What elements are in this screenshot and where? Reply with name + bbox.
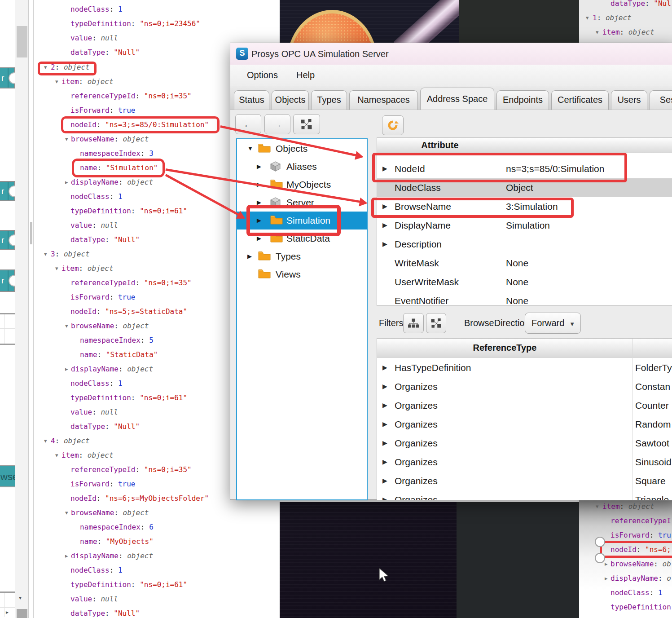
reference-type: HasTypeDefinition [395, 358, 471, 377]
disclosure-down-icon[interactable]: ▾ [44, 249, 47, 259]
tab-objects[interactable]: Objects [272, 90, 309, 110]
expander-right-icon[interactable]: ▶ [382, 165, 387, 172]
tab-types[interactable]: Types [311, 90, 347, 110]
tab-sess[interactable]: Sess [650, 90, 672, 110]
graph-view-button[interactable] [293, 114, 320, 134]
window-titlebar[interactable]: S Prosys OPC UA Simulation Server [230, 43, 672, 65]
menu-options[interactable]: Options [244, 65, 281, 86]
hierarchy-icon [404, 313, 423, 333]
disclosure-down-icon[interactable]: ▾ [55, 264, 58, 274]
expander-right-icon[interactable]: ▶ [382, 222, 387, 228]
expander-right-icon[interactable]: ▶ [382, 402, 387, 408]
menu-help[interactable]: Help [294, 65, 317, 86]
console-property: typeDefinition [611, 602, 671, 612]
attribute-row[interactable]: NodeClassObject [377, 178, 672, 197]
disclosure-right-icon[interactable]: ▸ [65, 364, 68, 374]
filters-label: Filters [379, 318, 403, 328]
disclosure-right-icon[interactable]: ▸ [605, 559, 608, 569]
tab-certificates[interactable]: Certificates [551, 90, 609, 110]
expander-right-icon[interactable]: ▶ [382, 440, 387, 446]
browse-direction-label: BrowseDirection [464, 318, 530, 328]
expander-right-icon[interactable]: ▶ [382, 203, 387, 209]
graph-filter-button[interactable] [426, 313, 446, 333]
expander-right-icon[interactable]: ▶ [257, 163, 261, 169]
disclosure-down-icon[interactable]: ▾ [596, 27, 599, 37]
attribute-row[interactable]: WriteMaskNone [377, 254, 672, 273]
reference-row[interactable]: ▶HasTypeDefinitionFolderTy [377, 358, 672, 377]
expander-right-icon[interactable]: ▶ [382, 421, 387, 427]
tree-item-types[interactable]: ▶Types [237, 247, 367, 265]
tree-item-server[interactable]: ▶Server [237, 194, 367, 212]
hierarchy-filter-button[interactable] [403, 313, 424, 333]
disclosure-down-icon[interactable]: ▾ [55, 77, 58, 87]
refresh-button[interactable] [382, 115, 404, 135]
disclosure-down-icon[interactable]: ▾ [586, 13, 589, 23]
console-property: item: object [61, 450, 114, 460]
reference-row[interactable]: ▶OrganizesTriangle [377, 490, 672, 500]
reference-row[interactable]: ▶OrganizesCounter [377, 396, 672, 415]
expander-right-icon[interactable]: ▶ [382, 459, 387, 465]
tree-item-simulation[interactable]: ▶Simulation [237, 212, 367, 230]
disclosure-down-icon[interactable]: ▾ [65, 321, 68, 331]
expander-right-icon[interactable]: ▶ [257, 217, 261, 223]
tab-status[interactable]: Status [234, 90, 269, 110]
browse-direction-dropdown[interactable]: Forward ▼ [525, 313, 581, 334]
expander-right-icon[interactable]: ▶ [382, 364, 387, 371]
forward-button[interactable]: → [264, 114, 290, 134]
reference-row[interactable]: ▶OrganizesConstan [377, 377, 672, 396]
tree-item-aliases[interactable]: ▶Aliases [237, 158, 367, 176]
reference-row[interactable]: ▶OrganizesSinusoid [377, 453, 672, 472]
console-property: dataType: "Nul [611, 0, 671, 9]
console-property: referenceTypeId: "ns=0;i=35" [70, 91, 192, 101]
disclosure-down-icon[interactable]: ▾ [44, 62, 47, 72]
tree-item-label: MyObjects [286, 176, 331, 194]
expander-down-icon[interactable]: ▼ [247, 146, 253, 151]
tab-endpoints[interactable]: Endpoints [496, 90, 549, 110]
reference-row[interactable]: ▶OrganizesRandom [377, 415, 672, 434]
attribute-row[interactable]: EventNotifierNone [377, 291, 672, 306]
disclosure-right-icon[interactable]: ▸ [605, 574, 608, 583]
expander-right-icon[interactable]: ▶ [257, 235, 261, 241]
expander-right-icon[interactable]: ▶ [247, 253, 252, 259]
console-property: nodeClass: 1 [70, 379, 123, 388]
disclosure-right-icon[interactable]: ▸ [65, 177, 68, 187]
console-property: referenceTypeId: "ns=0;i=35" [70, 465, 192, 475]
console-property: 1: object [593, 13, 632, 23]
attribute-row[interactable]: ▶NodeIdns=3;s=85/0:Simulation [377, 159, 672, 178]
tabstrip: StatusObjectsTypesNamespacesAddress Spac… [230, 86, 672, 110]
tree-item-objects[interactable]: ▼Objects [237, 140, 367, 158]
attribute-row[interactable]: UserWriteMaskNone [377, 273, 672, 291]
tab-namespaces[interactable]: Namespaces [349, 90, 418, 110]
disclosure-down-icon[interactable]: ▾ [596, 502, 599, 512]
disclosure-down-icon[interactable]: ▾ [55, 450, 58, 460]
expander-right-icon[interactable]: ▶ [257, 181, 261, 187]
attribute-value: Object [506, 178, 533, 197]
expander-right-icon[interactable]: ▶ [382, 477, 387, 484]
expander-right-icon[interactable]: ▶ [382, 383, 387, 389]
tree-item-label: Server [286, 194, 314, 212]
tree-item-myobjects[interactable]: ▶MyObjects [237, 176, 367, 194]
console-property: namespaceIndex: 3 [80, 149, 154, 159]
cube-icon [270, 197, 281, 209]
tree-item-staticdata[interactable]: ▶StaticData [237, 230, 367, 247]
reference-target: Random [635, 415, 671, 434]
address-space-tree[interactable]: ▼Objects▶Aliases▶MyObjects▶Server▶Simula… [236, 138, 368, 500]
expander-right-icon[interactable]: ▶ [382, 241, 387, 247]
attribute-row[interactable]: ▶BrowseName3:Simulation [377, 197, 672, 216]
graph-icon [294, 115, 320, 134]
disclosure-down-icon[interactable]: ▾ [65, 134, 68, 144]
tab-users[interactable]: Users [611, 90, 647, 110]
expander-right-icon[interactable]: ▶ [382, 496, 387, 500]
back-button[interactable]: ← [235, 114, 261, 134]
tab-address-space[interactable]: Address Space [420, 88, 494, 110]
attribute-row[interactable]: ▶DisplayNameSimulation [377, 216, 672, 235]
reference-row[interactable]: ▶OrganizesSawtoot [377, 434, 672, 453]
attribute-name: NodeClass [395, 178, 441, 197]
tree-item-views[interactable]: Views [237, 265, 367, 283]
opcua-server-window: S Prosys OPC UA Simulation Server Option… [230, 43, 672, 500]
reference-row[interactable]: ▶OrganizesSquare [377, 472, 672, 490]
disclosure-down-icon[interactable]: ▾ [44, 436, 47, 446]
attribute-value: None [506, 291, 528, 306]
attribute-row[interactable]: ▶Description [377, 235, 672, 254]
expander-right-icon[interactable]: ▶ [257, 199, 261, 205]
